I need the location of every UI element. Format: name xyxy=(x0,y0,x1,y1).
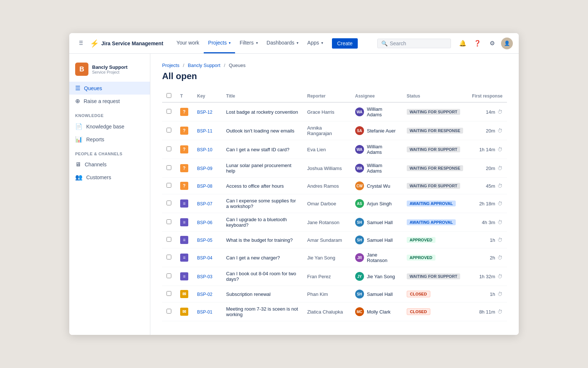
row-type-cell: ? xyxy=(176,140,193,159)
nav-your-work[interactable]: Your work xyxy=(172,33,204,53)
row-type-cell: ≡ xyxy=(176,267,193,286)
row-type-cell: ? xyxy=(176,121,193,140)
issue-title[interactable]: Can I get a new staff ID card? xyxy=(226,147,290,152)
sidebar-item-label: Channels xyxy=(85,162,106,167)
clock-icon: ⏱ xyxy=(497,183,503,189)
user-avatar[interactable]: 👤 xyxy=(501,38,513,49)
sidebar-item-knowledge-base[interactable]: 📄 Knowledge base xyxy=(69,120,150,133)
notifications-icon[interactable]: 🔔 xyxy=(457,38,469,49)
issue-key[interactable]: BSP-01 xyxy=(197,309,212,315)
project-header: B Bancly Support Service Project xyxy=(69,60,150,82)
issue-type-badge: ? xyxy=(180,164,188,172)
issue-key[interactable]: BSP-12 xyxy=(197,110,212,115)
breadcrumb-bancly-support[interactable]: Bancly Support xyxy=(188,63,220,68)
sidebar-item-reports[interactable]: 📊 Reports xyxy=(69,133,150,146)
table-row: ≡ BSP-05 What is the budget for training… xyxy=(162,232,507,248)
issue-title[interactable]: Can I get a new charger? xyxy=(226,255,280,261)
row-checkbox[interactable] xyxy=(167,109,171,114)
row-checkbox[interactable] xyxy=(167,165,171,170)
row-checkbox[interactable] xyxy=(167,273,171,278)
row-first-response-cell: 8h 11m ⏱ xyxy=(468,302,507,321)
issues-table: T Key Title Reporter Assignee Status Fir… xyxy=(162,90,507,321)
issue-key[interactable]: BSP-03 xyxy=(197,274,212,279)
help-icon[interactable]: ❓ xyxy=(472,38,483,49)
nav-projects[interactable]: Projects ▾ xyxy=(204,33,235,53)
nav-brand[interactable]: ⚡ Jira Service Management xyxy=(90,39,163,48)
issue-title[interactable]: Lunar solar panel procurement help xyxy=(226,163,291,174)
assignee-name: Arjun Singh xyxy=(367,201,392,206)
row-checkbox[interactable] xyxy=(167,291,171,296)
issue-title[interactable]: What is the budget for training? xyxy=(226,237,293,243)
issue-key[interactable]: BSP-07 xyxy=(197,201,212,206)
first-response-value: 1h ⏱ xyxy=(472,291,503,297)
issue-key[interactable]: BSP-11 xyxy=(197,128,212,134)
channels-icon: 🖥 xyxy=(75,161,81,168)
row-checkbox[interactable] xyxy=(167,201,171,205)
grid-menu-icon[interactable]: ⠿ xyxy=(75,38,87,49)
first-response-value: 8h 11m ⏱ xyxy=(472,309,503,315)
search-input[interactable] xyxy=(390,40,447,46)
row-checkbox[interactable] xyxy=(167,237,171,242)
col-header-title: Title xyxy=(222,90,303,102)
issue-key[interactable]: BSP-08 xyxy=(197,184,212,189)
row-checkbox[interactable] xyxy=(167,128,171,132)
issue-title[interactable]: Outlook isn't loading new emails xyxy=(226,128,294,134)
row-checkbox-cell xyxy=(162,159,176,178)
issue-title[interactable]: Lost badge at rocketry convention xyxy=(226,109,298,115)
clock-icon: ⏱ xyxy=(497,219,503,225)
response-time: 20m xyxy=(486,166,495,171)
settings-icon[interactable]: ⚙ xyxy=(486,38,498,49)
create-button[interactable]: Create xyxy=(332,38,358,49)
row-checkbox[interactable] xyxy=(167,255,171,259)
issue-title[interactable]: Can I upgrade to a bluetooth keyboard? xyxy=(226,217,287,228)
clock-icon: ⏱ xyxy=(497,255,503,261)
issue-key[interactable]: BSP-04 xyxy=(197,255,212,261)
issue-title[interactable]: Can I book out 8-04 room for two days? xyxy=(226,271,296,282)
clock-icon: ⏱ xyxy=(497,291,503,297)
row-first-response-cell: 20m ⏱ xyxy=(468,159,507,178)
issue-title[interactable]: Can I expense some supplies for a worksh… xyxy=(226,198,296,209)
breadcrumb-projects[interactable]: Projects xyxy=(162,63,179,68)
sidebar-item-label: Reports xyxy=(86,137,104,142)
select-all-checkbox[interactable] xyxy=(167,93,171,98)
issue-key[interactable]: BSP-10 xyxy=(197,147,212,152)
issue-type-badge: ≡ xyxy=(180,236,188,244)
row-first-response-cell: 1h ⏱ xyxy=(468,232,507,248)
row-checkbox[interactable] xyxy=(167,309,171,314)
issue-type-badge: ≡ xyxy=(180,218,188,226)
issue-key[interactable]: BSP-06 xyxy=(197,220,212,225)
nav-logo-area: ⠿ ⚡ Jira Service Management xyxy=(75,38,163,49)
customers-icon: 👥 xyxy=(75,174,83,181)
reporter-name: Andres Ramos xyxy=(307,183,339,189)
app-window: ⠿ ⚡ Jira Service Management Your work Pr… xyxy=(69,33,519,335)
response-time: 2h xyxy=(490,255,495,261)
chevron-down-icon: ▾ xyxy=(256,41,258,45)
issue-title[interactable]: Access to office after hours xyxy=(226,183,284,189)
project-info: Bancly Support Service Project xyxy=(92,64,127,74)
nav-filters[interactable]: Filters ▾ xyxy=(235,33,262,53)
row-checkbox-cell xyxy=(162,121,176,140)
row-checkbox[interactable] xyxy=(167,219,171,224)
project-icon: B xyxy=(75,63,88,76)
sidebar-item-queues[interactable]: ☰ Queues xyxy=(69,82,150,95)
row-checkbox[interactable] xyxy=(167,146,171,151)
row-checkbox[interactable] xyxy=(167,183,171,188)
row-reporter-cell: Fran Perez xyxy=(303,267,351,286)
row-first-response-cell: 20m ⏱ xyxy=(468,121,507,140)
row-key-cell: BSP-08 xyxy=(193,178,222,194)
sidebar-item-raise-request[interactable]: ⊕ Raise a request xyxy=(69,95,150,107)
issue-key[interactable]: BSP-02 xyxy=(197,292,212,297)
row-title-cell: Meeting room 7-32 is sceen is not workin… xyxy=(222,302,303,321)
first-response-value: 20m ⏱ xyxy=(472,165,503,171)
sidebar-item-customers[interactable]: 👥 Customers xyxy=(69,171,150,184)
sidebar-item-channels[interactable]: 🖥 Channels xyxy=(69,158,150,171)
nav-apps[interactable]: Apps ▾ xyxy=(303,33,328,53)
issue-key[interactable]: BSP-05 xyxy=(197,238,212,243)
search-box[interactable]: 🔍 xyxy=(377,39,451,48)
row-reporter-cell: Andres Ramos xyxy=(303,178,351,194)
issue-title[interactable]: Meeting room 7-32 is sceen is not workin… xyxy=(226,306,298,317)
issue-key[interactable]: BSP-09 xyxy=(197,166,212,171)
assignee-cell: WA William Adams xyxy=(355,144,398,155)
issue-title[interactable]: Subscription renewal xyxy=(226,291,271,297)
nav-dashboards[interactable]: Dashboards ▾ xyxy=(262,33,303,53)
